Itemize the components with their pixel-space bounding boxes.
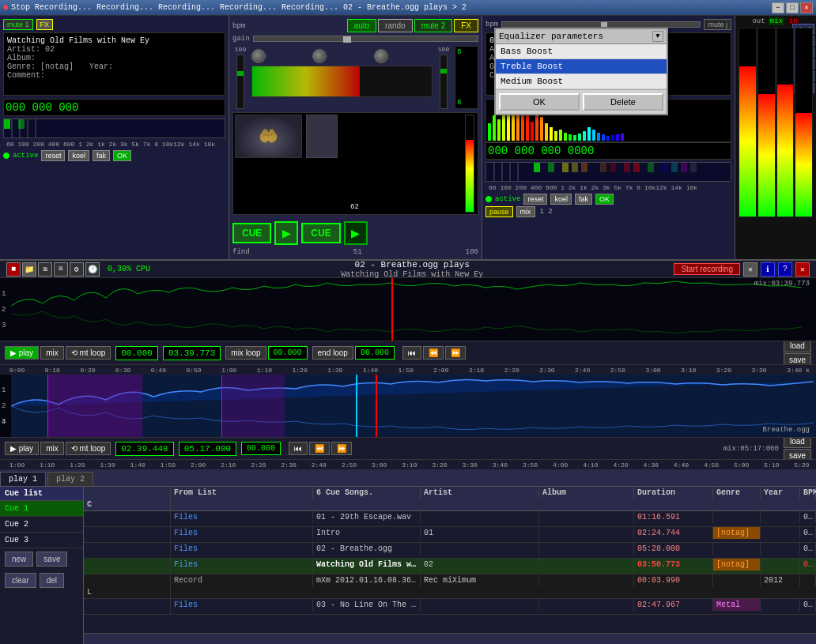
left-ok-btn[interactable]: OK	[113, 150, 131, 161]
close-button[interactable]: ✕	[800, 2, 813, 13]
volume-fader-r[interactable]	[440, 55, 448, 109]
right-mute-btn[interactable]: mute j	[704, 19, 731, 30]
ph-genre: Genre	[713, 487, 761, 499]
mute1-button[interactable]: mute 1	[3, 19, 33, 30]
table-row[interactable]: Files 01 - 29th Escape.wav 01:16.591 000…	[84, 511, 816, 527]
prev-btn[interactable]: ⏮	[402, 346, 421, 360]
eq-ok-btn[interactable]: OK	[499, 93, 580, 111]
cue-item-3[interactable]: Cue 3	[0, 533, 83, 548]
rec-info-icon[interactable]: ℹ	[761, 262, 775, 277]
row6-artist	[421, 599, 539, 611]
next2-btn[interactable]: ⏩	[331, 442, 352, 455]
next-btn[interactable]: ⏩	[445, 346, 466, 360]
svg-rect-49	[624, 163, 630, 172]
mix2-transport-btn[interactable]: mix	[40, 442, 64, 455]
prev2-btn[interactable]: ⏮	[289, 442, 308, 455]
cue-item-2[interactable]: Cue 2	[0, 517, 83, 533]
right-ok-btn[interactable]: OK	[595, 194, 614, 205]
table-row[interactable]: Files Intro 01 02:24.744 [notag] 000.0	[84, 527, 816, 543]
tab-play1[interactable]: play 1	[0, 472, 46, 486]
mix-btn[interactable]: mix	[516, 206, 535, 217]
play-transport-btn[interactable]: ▶ play	[5, 346, 39, 360]
left-genre: Genre: [notag]	[7, 62, 74, 71]
pan-num-l: 51	[353, 248, 362, 256]
auto-button[interactable]: auto	[347, 19, 376, 32]
tab-play2[interactable]: play 2	[47, 472, 93, 486]
clock-btn[interactable]: 🕐	[85, 262, 100, 277]
eq-knob-2[interactable]	[312, 49, 327, 63]
eq-item-3[interactable]: Medium Boost	[496, 74, 667, 89]
rando-button[interactable]: rando	[378, 19, 413, 32]
stop-btn[interactable]: ■	[6, 262, 21, 277]
left-fak-btn[interactable]: fak	[93, 150, 110, 161]
eq-popup-scroll-btn[interactable]: ▼	[652, 31, 663, 42]
fx1-button[interactable]: FX	[36, 19, 54, 30]
table-row[interactable]: Files Watching Old Films with New Ey 02 …	[84, 559, 816, 574]
table-row[interactable]: Record mXm 2012.01.16.08.36.49 Rec miXim…	[84, 574, 816, 599]
end-loop-btn[interactable]: end loop	[312, 346, 353, 360]
eq-item-1[interactable]: Bass Boost	[496, 44, 667, 59]
left-reset-btn[interactable]: reset	[41, 150, 65, 161]
minimize-button[interactable]: −	[772, 2, 784, 13]
ph-songs: 6 Cue Songs.	[313, 487, 421, 499]
start-recording-button[interactable]: Start recording	[674, 263, 740, 275]
list-btn[interactable]: ≡	[54, 262, 68, 277]
cue1-button[interactable]: CUE	[232, 223, 271, 243]
right-reset-btn[interactable]: reset	[523, 194, 547, 205]
eq-knob-3[interactable]	[374, 49, 388, 63]
volume-fader-l[interactable]	[236, 55, 244, 109]
settings-btn[interactable]: ⚙	[70, 262, 84, 277]
mix-transport-btn[interactable]: mix	[40, 346, 64, 360]
row6-from: Files	[171, 599, 313, 611]
row1-c	[84, 523, 171, 526]
cue-save-btn[interactable]: save	[36, 552, 67, 567]
ph-c: C	[84, 499, 171, 510]
playlist-scrollbar[interactable]	[84, 633, 816, 644]
cue-item-1[interactable]: Cue 1	[0, 501, 83, 517]
rec-settings-icon[interactable]: ✕	[743, 262, 757, 277]
left-time-display: 000 000 000	[3, 99, 225, 116]
mix-loop-btn[interactable]: mix loop	[225, 346, 266, 360]
play2-transport-btn[interactable]: ▶ play	[5, 442, 39, 455]
timeline2: 1 2 3 4 Breathe.ogg	[0, 375, 816, 438]
row4-year	[761, 559, 800, 571]
maximize-button[interactable]: □	[786, 2, 799, 13]
row6-album	[539, 599, 634, 611]
new-btn[interactable]: new	[5, 552, 33, 567]
stop-icon[interactable]: ■	[3, 3, 8, 12]
clear-btn[interactable]: clear	[5, 573, 36, 588]
pause-btn[interactable]: pause	[485, 206, 513, 217]
cue2-button[interactable]: CUE	[301, 223, 340, 243]
rec-close-icon[interactable]: ✕	[795, 262, 810, 277]
eq-knob-1[interactable]	[251, 49, 266, 63]
open-btn[interactable]: 📁	[22, 262, 36, 277]
waveform-btn[interactable]: ≋	[38, 262, 52, 277]
gain-slider[interactable]	[253, 36, 478, 42]
row5-c: L	[84, 586, 171, 598]
left-koel-btn[interactable]: koel	[68, 150, 89, 161]
mute2-button[interactable]: mute 2	[414, 19, 453, 32]
r1-21: 3:30	[751, 367, 766, 374]
window-controls: − □ ✕	[772, 2, 813, 13]
playlist-table: Files 01 - 29th Escape.wav 01:16.591 000…	[84, 511, 816, 633]
rec-help-icon[interactable]: ?	[778, 262, 792, 277]
table-row[interactable]: Files 02 - Breathe.ogg 05:28.000 000.0	[84, 543, 816, 559]
right-fak-btn[interactable]: fak	[575, 194, 592, 205]
waveform-preview: 🤲 62	[232, 112, 478, 215]
stream-label: Breathe.ogg	[763, 426, 810, 434]
right-koel-btn[interactable]: koel	[550, 194, 572, 205]
loop-transport-btn[interactable]: ⟲ mt loop	[66, 346, 111, 360]
cue-region-1	[47, 375, 142, 438]
loop2-transport-btn[interactable]: ⟲ mt loop	[66, 442, 111, 455]
left-song-title: Watching Old Films with New Ey	[7, 36, 221, 45]
play2-button[interactable]: ▶	[344, 221, 368, 245]
fx2-button[interactable]: FX	[454, 19, 478, 32]
right-bpm-slider[interactable]	[501, 21, 701, 28]
play1-button[interactable]: ▶	[274, 221, 298, 245]
eq-delete-btn[interactable]: Delete	[583, 93, 663, 111]
back2-btn[interactable]: ⏪	[309, 442, 330, 455]
table-row[interactable]: Files 03 - No Line On The Horizon.mp3 02…	[84, 599, 816, 615]
del-btn[interactable]: del	[40, 573, 64, 588]
eq-item-2[interactable]: Treble Boost	[496, 59, 667, 74]
back-btn[interactable]: ⏪	[423, 346, 444, 360]
